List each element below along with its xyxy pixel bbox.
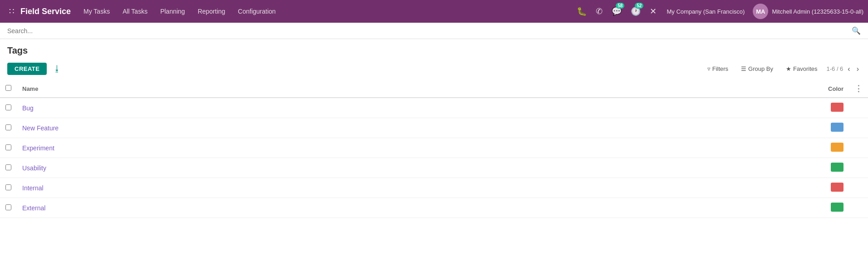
row-name[interactable]: Bug (17, 98, 822, 118)
row-color (822, 98, 849, 118)
row-actions (849, 118, 868, 138)
brand-name[interactable]: Field Service (19, 7, 77, 16)
avatar[interactable]: MA (753, 4, 768, 19)
row-actions (849, 98, 868, 118)
row-checkbox[interactable] (5, 124, 11, 130)
menu-item-all-tasks[interactable]: All Tasks (116, 0, 154, 23)
row-checkbox-cell[interactable] (0, 138, 17, 158)
tags-table: Name Color ⋮ Bug New Feature Experiment (0, 80, 868, 218)
prev-page-button[interactable]: ‹ (846, 64, 852, 74)
search-icon[interactable]: 🔍 (852, 26, 861, 35)
row-actions (849, 158, 868, 178)
row-name[interactable]: External (17, 198, 822, 218)
main-menu: My Tasks All Tasks Planning Reporting Co… (77, 0, 573, 23)
toolbar: CREATE ⭳ ▿ Filters ☰ Group By ★ Favorite… (0, 60, 868, 80)
table-body: Bug New Feature Experiment Usability (0, 98, 868, 218)
filter-icon: ▿ (707, 65, 711, 72)
row-checkbox-cell[interactable] (0, 178, 17, 198)
create-button[interactable]: CREATE (7, 63, 47, 75)
pagination-text: 1-6 / 6 (826, 65, 843, 72)
table-row: New Feature (0, 118, 868, 138)
table-header: Name Color ⋮ (0, 80, 868, 98)
table-row: External (0, 198, 868, 218)
row-checkbox-cell[interactable] (0, 98, 17, 118)
messages-badge: 58 (616, 3, 624, 9)
color-swatch (831, 103, 843, 112)
row-checkbox[interactable] (5, 144, 11, 150)
filters-button[interactable]: ▿ Filters (704, 64, 732, 74)
row-color (822, 118, 849, 138)
color-swatch (831, 143, 843, 152)
top-navigation: ∷ Field Service My Tasks All Tasks Plann… (0, 0, 868, 23)
row-name[interactable]: Internal (17, 178, 822, 198)
clock-icon-btn[interactable]: 🕐 52 (627, 0, 644, 23)
row-checkbox[interactable] (5, 184, 11, 190)
row-checkbox-cell[interactable] (0, 158, 17, 178)
phone-icon-btn[interactable]: ✆ (592, 0, 606, 23)
color-swatch (831, 203, 843, 212)
next-page-button[interactable]: › (855, 64, 861, 74)
row-name[interactable]: Experiment (17, 138, 822, 158)
search-input[interactable] (7, 27, 852, 35)
row-checkbox-cell[interactable] (0, 118, 17, 138)
apps-icon[interactable]: ∷ (5, 6, 19, 16)
download-button[interactable]: ⭳ (50, 62, 64, 75)
table-row: Usability (0, 158, 868, 178)
row-checkbox[interactable] (5, 164, 11, 170)
select-all-checkbox[interactable] (0, 80, 17, 98)
row-name[interactable]: Usability (17, 158, 822, 178)
row-name[interactable]: New Feature (17, 118, 822, 138)
favorites-button[interactable]: ★ Favorites (782, 64, 821, 74)
toolbar-right: ▿ Filters ☰ Group By ★ Favorites 1-6 / 6… (704, 64, 861, 74)
table-options-icon[interactable]: ⋮ (854, 84, 863, 93)
star-icon: ★ (786, 65, 791, 72)
row-color (822, 178, 849, 198)
page-title: Tags (7, 45, 28, 56)
favorites-label: Favorites (793, 65, 817, 72)
groupby-icon: ☰ (741, 65, 746, 72)
row-color (822, 138, 849, 158)
settings-icon-btn[interactable]: ✕ (646, 0, 660, 23)
row-color (822, 198, 849, 218)
menu-item-configuration[interactable]: Configuration (231, 0, 282, 23)
menu-item-planning[interactable]: Planning (154, 0, 191, 23)
row-checkbox[interactable] (5, 204, 11, 210)
company-name[interactable]: My Company (San Francisco) (662, 8, 749, 15)
table-row: Internal (0, 178, 868, 198)
search-bar: 🔍 (0, 23, 868, 39)
pagination-info: 1-6 / 6 ‹ › (826, 64, 861, 74)
row-color (822, 158, 849, 178)
color-swatch (831, 183, 843, 192)
color-swatch (831, 163, 843, 172)
topnav-right: 🐛 ✆ 💬 58 🕐 52 ✕ My Company (San Francisc… (573, 0, 863, 23)
table-row: Bug (0, 98, 868, 118)
menu-item-reporting[interactable]: Reporting (191, 0, 232, 23)
messages-icon-btn[interactable]: 💬 58 (608, 0, 625, 23)
row-actions (849, 198, 868, 218)
row-checkbox[interactable] (5, 104, 11, 110)
user-name: Mitchell Admin (12325633-15-0-all) (772, 8, 863, 15)
clock-badge: 52 (635, 3, 643, 9)
row-actions (849, 138, 868, 158)
filters-label: Filters (712, 65, 728, 72)
color-swatch (831, 123, 843, 132)
col-name-header: Name (17, 80, 822, 98)
bug-icon-btn[interactable]: 🐛 (573, 0, 590, 23)
col-actions-header: ⋮ (849, 80, 868, 98)
groupby-button[interactable]: ☰ Group By (737, 64, 777, 74)
menu-item-my-tasks[interactable]: My Tasks (77, 0, 116, 23)
select-all-input[interactable] (5, 85, 11, 91)
table-row: Experiment (0, 138, 868, 158)
row-actions (849, 178, 868, 198)
col-color-header: Color (822, 80, 849, 98)
row-checkbox-cell[interactable] (0, 198, 17, 218)
page-header: Tags (0, 39, 868, 60)
groupby-label: Group By (748, 65, 773, 72)
